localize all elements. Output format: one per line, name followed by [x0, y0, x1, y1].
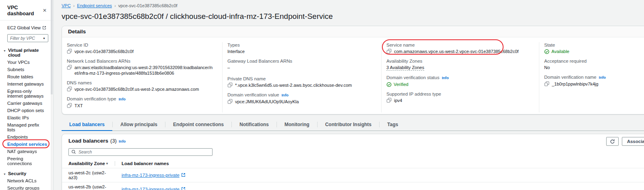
- load-balancer-link[interactable]: infra-mz-173-ingress-private: [122, 187, 186, 190]
- sidebar-item-network-acls[interactable]: Network ACLs: [7, 178, 47, 183]
- copy-icon[interactable]: [67, 103, 72, 108]
- field-state: State Available: [544, 42, 644, 54]
- glb-arns-value: –: [227, 65, 230, 70]
- table-row: us-west-2b (usw2-az2) infra-mz-173-ingre…: [62, 182, 644, 190]
- caret-down-icon: ▼: [3, 173, 6, 176]
- sidebar-item-carrier-gateways[interactable]: Carrier gateways: [7, 101, 47, 106]
- sidebar-item-managed-prefix-lists[interactable]: Managed prefix lists: [7, 123, 47, 132]
- availability-zone-cell: us-west-2b (usw2-az2): [62, 182, 115, 190]
- tab-load-balancers[interactable]: Load balancers: [62, 118, 112, 131]
- load-balancers-title: Load balancers: [68, 138, 108, 144]
- tab-monitoring[interactable]: Monitoring: [277, 118, 317, 131]
- field-domain-verification-status: Domain verification status Info Verified: [386, 75, 532, 87]
- breadcrumb-current: vpce-svc-01e387385c68b2c0f: [118, 3, 178, 8]
- details-title: Details: [68, 29, 644, 35]
- copy-icon[interactable]: [67, 65, 72, 70]
- field-dns-names: DNS names vpce-svc-01e387385c68b2c0f.us-…: [67, 80, 215, 92]
- sidebar-item-endpoints[interactable]: Endpoints: [7, 135, 47, 139]
- field-supported-ip: Supported IP address type ipv4: [386, 91, 532, 103]
- field-availability-zones: Availability Zones 3 Availability Zones: [386, 58, 532, 71]
- close-icon[interactable]: ✕: [42, 8, 47, 13]
- copy-icon[interactable]: [227, 99, 233, 104]
- sort-descending-icon: ▼: [105, 162, 109, 165]
- breadcrumb-endpoint-services-link[interactable]: Endpoint services: [77, 3, 112, 8]
- tab-notifications[interactable]: Notifications: [232, 118, 277, 131]
- sidebar-item-egress-only-internet-gateways[interactable]: Egress-only internet gateways: [7, 89, 47, 98]
- copy-icon[interactable]: [67, 86, 72, 92]
- associate-button[interactable]: Associate: [622, 137, 644, 146]
- load-balancer-link[interactable]: infra-mz-173-ingress-private: [122, 173, 186, 178]
- info-link[interactable]: Info: [281, 92, 288, 98]
- refresh-icon: [610, 139, 615, 144]
- sidebar-item-nat-gateways[interactable]: NAT gateways: [7, 149, 47, 154]
- field-private-dns-name: Private DNS name *.vpce.k3lc5wn6d5.us-we…: [227, 76, 374, 88]
- sidebar-section-security[interactable]: ▼ Security: [3, 171, 49, 176]
- breadcrumb-chevron-icon: ›: [114, 3, 116, 8]
- copy-icon[interactable]: [67, 49, 72, 54]
- detail-tabs: Load balancers Allow principals Endpoint…: [62, 118, 644, 131]
- copy-icon[interactable]: [544, 81, 549, 86]
- page-title: vpce-svc-01e387385c68b2c0f / clickhouse-…: [62, 12, 644, 21]
- info-link[interactable]: Info: [119, 96, 126, 102]
- search-icon: [71, 149, 76, 154]
- info-link[interactable]: Info: [599, 75, 606, 80]
- breadcrumb: VPC › Endpoint services › vpce-svc-01e38…: [62, 3, 644, 8]
- acceptance-required-value: No: [544, 65, 550, 70]
- external-link-icon: [181, 173, 186, 177]
- sidebar-item-security-groups[interactable]: Security groups: [7, 186, 47, 190]
- copy-icon[interactable]: [386, 49, 392, 54]
- check-circle-icon: [386, 82, 392, 87]
- external-link-icon: [42, 26, 46, 30]
- main-content: VPC › Endpoint services › vpce-svc-01e38…: [54, 0, 644, 190]
- copy-icon[interactable]: [386, 98, 392, 103]
- vpc-sidebar: VPC dashboard ✕ EC2 Global View Filter b…: [0, 0, 54, 190]
- load-balancers-count: (3): [110, 138, 117, 144]
- field-types: Types Interface: [227, 42, 374, 54]
- field-domain-verification-type: Domain verification type Info TXT: [67, 96, 215, 108]
- types-value: Interface: [227, 49, 245, 54]
- sidebar-item-your-vpcs[interactable]: Your VPCs: [7, 60, 47, 65]
- tab-allow-principals[interactable]: Allow principals: [113, 118, 165, 131]
- field-acceptance-required: Acceptance required No: [544, 58, 644, 70]
- sidebar-item-subnets[interactable]: Subnets: [7, 67, 47, 72]
- sidebar-item-endpoint-services[interactable]: Endpoint services: [7, 142, 47, 147]
- field-service-id: Service ID vpce-svc-01e387385c68b2c0f: [67, 42, 215, 54]
- availability-zone-cell: us-west-2c (usw2-az3): [62, 168, 115, 182]
- check-circle-icon: [544, 49, 549, 54]
- filter-by-vpc-select[interactable]: Filter by VPC ▼: [7, 34, 48, 42]
- refresh-button[interactable]: [606, 137, 619, 146]
- field-nlb-arns: Network Load Balancers ARNs arn:aws:elas…: [67, 58, 215, 76]
- tab-contributor-insights[interactable]: Contributor Insights: [318, 118, 379, 131]
- dns-names-value: vpce-svc-01e387385c68b2c0f.us-west-2.vpc…: [74, 86, 199, 92]
- field-service-name: Service name com.amazonaws.vpce.us-west-…: [386, 42, 532, 54]
- sidebar-item-peering-connections[interactable]: Peering connections: [7, 156, 47, 166]
- tab-tags[interactable]: Tags: [380, 118, 406, 131]
- tab-endpoint-connections[interactable]: Endpoint connections: [165, 118, 231, 131]
- field-glb-arns: Gateway Load Balancers ARNs –: [227, 58, 374, 70]
- external-link-icon: [181, 187, 186, 190]
- domain-verification-name-value: _1b0rp1ppwlnbipv7k4jg: [552, 81, 599, 87]
- sidebar-scrollbar[interactable]: [51, 0, 53, 190]
- service-name-value: com.amazonaws.vpce.us-west-2.vpce-svc-01…: [394, 49, 518, 54]
- domain-verification-status-value: Verified: [394, 82, 409, 87]
- column-header-load-balancer-names[interactable]: Load balancer names: [115, 159, 644, 168]
- sidebar-item-dhcp-option-sets[interactable]: DHCP option sets: [7, 108, 47, 113]
- search-input[interactable]: [68, 148, 213, 156]
- copy-icon[interactable]: [227, 82, 233, 88]
- details-panel: Details Service ID vpce-svc-01e387385c68…: [62, 26, 644, 114]
- sidebar-item-route-tables[interactable]: Route tables: [7, 74, 47, 79]
- info-link[interactable]: Info: [119, 139, 126, 143]
- domain-verification-type-value: TXT: [74, 103, 83, 108]
- info-link[interactable]: Info: [442, 75, 449, 81]
- supported-ip-value: ipv4: [394, 98, 402, 103]
- breadcrumb-vpc-link[interactable]: VPC: [62, 3, 71, 8]
- sidebar-item-elastic-ips[interactable]: Elastic IPs: [7, 115, 47, 120]
- sidebar-section-virtual-private-cloud[interactable]: ▼ Virtual private cloud: [3, 48, 49, 57]
- ec2-global-view-link[interactable]: EC2 Global View: [7, 25, 49, 30]
- field-domain-verification-name: Domain verification name Info _1b0rp1ppw…: [544, 74, 644, 87]
- chevron-down-icon: ▼: [43, 37, 45, 40]
- column-header-availability-zone[interactable]: Availability Zone ▼: [62, 159, 115, 168]
- sidebar-item-internet-gateways[interactable]: Internet gateways: [7, 82, 47, 86]
- availability-zones-link[interactable]: 3 Availability Zones: [386, 65, 424, 71]
- state-value: Available: [551, 49, 569, 54]
